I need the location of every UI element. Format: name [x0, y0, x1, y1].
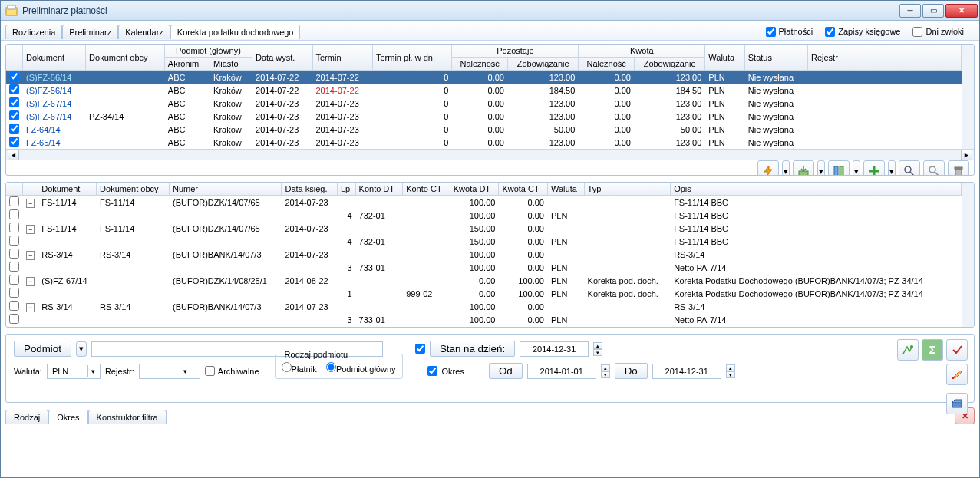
grid2-row[interactable]: 3733-01 100.000.00PLNNetto PA-7/14 — [6, 261, 962, 274]
container-button[interactable] — [946, 393, 968, 414]
grid1-toolbar: ▾ ▾ ▾ ▾ — [6, 160, 974, 176]
window-title: Preliminarz płatności — [22, 5, 899, 16]
od-date[interactable] — [527, 364, 596, 379]
grid2-row[interactable]: − (S)FZ-67/14PZ-34/14(BUFOR)DZK/14/08/26… — [6, 326, 962, 328]
minimize-button[interactable]: ─ — [899, 4, 921, 18]
grid2-row[interactable]: − FS-11/14FS-11/14(BUFOR)DZK/14/07/65201… — [6, 196, 962, 209]
svg-point-6 — [905, 166, 911, 173]
lightning-dropdown[interactable]: ▾ — [782, 160, 790, 176]
do-date[interactable] — [652, 364, 721, 379]
platnosci-checkbox[interactable]: Płatności — [766, 27, 813, 37]
add-dropdown[interactable]: ▾ — [888, 160, 896, 176]
okres-checkbox[interactable] — [427, 366, 437, 376]
top-tab-3[interactable]: Korekta podatku dochodowego — [170, 25, 301, 39]
calc-button[interactable] — [897, 339, 919, 361]
sum-button[interactable]: Σ — [922, 339, 943, 361]
search-button[interactable] — [899, 160, 920, 176]
grid2-row[interactable]: − RS-3/14RS-3/14(BUFOR)BANK/14/07/32014-… — [6, 248, 962, 261]
grid1-hscroll[interactable]: ◄► — [6, 149, 974, 160]
add-button[interactable] — [863, 160, 885, 176]
dni-zwloki-checkbox[interactable]: Dni zwłoki — [912, 27, 964, 37]
top-tab-0[interactable]: Rozliczenia — [5, 25, 62, 39]
do-date-spinner[interactable]: ▴▾ — [726, 364, 735, 378]
grid2-row[interactable]: − (S)FZ-67/14(BUFOR)DZK/14/08/25/12014-0… — [6, 274, 962, 287]
od-button[interactable]: Od — [489, 363, 523, 379]
grid1-row[interactable]: (S)FZ-67/14PZ-34/14ABCKraków 2014-07-232… — [6, 110, 962, 123]
grid2-vscroll[interactable] — [962, 183, 974, 328]
grid1-row[interactable]: (S)FZ-67/14ABCKraków 2014-07-232014-07-2… — [6, 97, 962, 110]
row-checkbox[interactable] — [9, 327, 19, 328]
row-checkbox[interactable] — [9, 223, 19, 232]
top-tab-bar: RozliczeniaPreliminarzKalendarzKorekta p… — [1, 21, 979, 41]
archiwalne-checkbox[interactable]: Archiwalne — [205, 366, 259, 376]
svg-rect-1 — [8, 5, 15, 9]
grid2-row[interactable]: 4732-01 150.000.00PLNFS-11/14 BBC — [6, 235, 962, 248]
payments-grid-panel: Dokument Dokument obcy Podmiot (główny) … — [5, 44, 975, 176]
svg-rect-5 — [840, 166, 843, 176]
refresh-button[interactable] — [828, 160, 850, 176]
row-checkbox[interactable] — [9, 97, 19, 107]
grid2-row[interactable]: − RS-3/14RS-3/14(BUFOR)BANK/14/07/32014-… — [6, 300, 962, 313]
grid2-row[interactable]: − FS-11/14FS-11/14(BUFOR)DZK/14/07/65201… — [6, 222, 962, 235]
apply-button[interactable] — [946, 339, 968, 361]
row-checkbox[interactable] — [9, 275, 19, 285]
od-date-spinner[interactable]: ▴▾ — [601, 364, 610, 378]
stan-button[interactable]: Stan na dzień: — [430, 341, 515, 357]
stan-date-spinner[interactable]: ▴▾ — [593, 342, 602, 356]
row-checkbox[interactable] — [9, 110, 19, 120]
row-checkbox[interactable] — [9, 209, 19, 219]
platnik-radio[interactable]: Płatnik — [282, 364, 317, 374]
okres-label: Okres — [442, 367, 464, 376]
grid2-row[interactable]: 3733-01 100.000.00PLNNetto PA-7/14 — [6, 313, 962, 326]
lightning-button[interactable] — [757, 160, 779, 176]
row-checkbox[interactable] — [9, 288, 19, 298]
export-button[interactable] — [793, 160, 814, 176]
export-dropdown[interactable]: ▾ — [817, 160, 825, 176]
rejestr-combo[interactable]: ▾ — [139, 364, 200, 379]
row-checkbox[interactable] — [9, 71, 19, 81]
row-checkbox[interactable] — [9, 314, 19, 324]
grid1-row[interactable]: (S)FZ-56/14ABCKraków 2014-07-222014-07-2… — [6, 84, 962, 97]
search2-button[interactable] — [923, 160, 945, 176]
do-button[interactable]: Do — [615, 363, 648, 379]
row-checkbox[interactable] — [9, 196, 19, 206]
maximize-button[interactable]: ▭ — [922, 4, 944, 18]
bottom-tab-bar: RodzajOkresKonstruktor filtra✕ — [1, 406, 979, 424]
bottom-tab-2[interactable]: Konstruktor filtra — [88, 410, 167, 424]
grid1-row[interactable]: (S)FZ-56/14ABCKraków 2014-07-222014-07-2… — [6, 71, 962, 84]
window: Preliminarz płatności ─ ▭ ✕ RozliczeniaP… — [0, 0, 980, 478]
rejestr-label: Rejestr: — [105, 367, 134, 376]
waluta-combo[interactable]: PLN▾ — [47, 364, 101, 379]
svg-rect-11 — [955, 167, 962, 169]
row-checkbox[interactable] — [9, 236, 19, 246]
bottom-tab-1[interactable]: Okres — [48, 410, 87, 424]
podmiot-dropdown[interactable]: ▾ — [76, 341, 87, 357]
stan-date[interactable] — [520, 341, 589, 357]
filter-panel: Podmiot ▾ Stan na dzień: ▴▾ Waluta: PLN▾… — [5, 334, 975, 403]
grid1-row[interactable]: FZ-65/14ABCKraków 2014-07-232014-07-230 … — [6, 136, 962, 149]
grid1-row[interactable]: FZ-64/14ABCKraków 2014-07-232014-07-230 … — [6, 123, 962, 136]
top-tab-2[interactable]: Kalendarz — [118, 25, 170, 39]
svg-point-17 — [910, 345, 913, 348]
row-checkbox[interactable] — [9, 262, 19, 272]
row-checkbox[interactable] — [9, 137, 19, 147]
grid2-row[interactable]: 1999-02 0.00100.00PLNKorekta pod. doch.K… — [6, 287, 962, 300]
top-tab-1[interactable]: Preliminarz — [62, 25, 118, 39]
svg-marker-2 — [764, 166, 772, 176]
zapisy-checkbox[interactable]: Zapisy księgowe — [825, 27, 900, 37]
grid2-row[interactable]: 4732-01 100.000.00PLNFS-11/14 BBC — [6, 209, 962, 222]
edit-button[interactable] — [946, 364, 968, 385]
row-checkbox[interactable] — [9, 84, 19, 94]
row-checkbox[interactable] — [9, 249, 19, 259]
podmiot-glowny-radio[interactable]: Podmiot główny — [326, 364, 396, 374]
row-checkbox[interactable] — [9, 124, 19, 134]
grid1-header: Dokument Dokument obcy Podmiot (główny) … — [6, 45, 962, 71]
bottom-tab-0[interactable]: Rodzaj — [5, 410, 48, 424]
refresh-dropdown[interactable]: ▾ — [853, 160, 860, 176]
close-button[interactable]: ✕ — [945, 4, 978, 18]
delete-button[interactable] — [948, 160, 969, 176]
stan-checkbox[interactable] — [415, 344, 425, 354]
row-checkbox[interactable] — [9, 301, 19, 311]
podmiot-button[interactable]: Podmiot — [14, 341, 71, 357]
grid1-vscroll[interactable] — [962, 45, 974, 149]
